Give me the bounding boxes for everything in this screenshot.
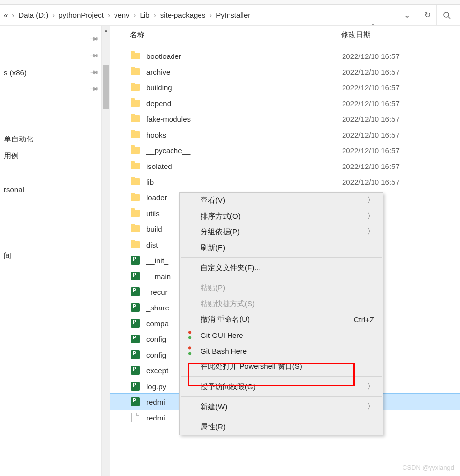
menu-paste-shortcut: 粘贴快捷方式(S) [180,296,383,311]
menu-label: 粘贴(P) [201,283,225,293]
file-row[interactable]: isolated2022/12/10 16:57 [110,158,460,174]
scroll-thumb[interactable] [103,65,109,109]
menu-access[interactable]: 授予访问权限(G)〉 [180,379,383,394]
breadcrumb-item[interactable]: pythonProject [58,11,104,19]
chevron-right-icon: 〉 [367,196,374,205]
menu-label: 刷新(E) [201,243,225,252]
sidebar-item[interactable]: 📌 [0,81,110,97]
column-header-date[interactable]: ⌃ 修改日期 [341,30,439,40]
pin-icon: 📌 [89,34,99,43]
python-file-icon [130,255,141,266]
sidebar-item[interactable] [0,197,110,214]
menu-label: 排序方式(O) [201,212,241,221]
file-name: building [146,84,342,92]
breadcrumb-item[interactable]: venv [114,11,130,19]
file-row[interactable]: hooks2022/12/10 16:57 [110,127,460,142]
column-header-name[interactable]: 名称 [130,30,341,40]
scroll-up-icon[interactable]: ▴ [102,26,110,34]
column-headers: 名称 ⌃ 修改日期 [110,26,460,45]
menu-label: 粘贴快捷方式(S) [201,299,255,308]
refresh-button[interactable]: ↻ [418,8,436,22]
menu-separator [181,417,382,417]
menu-refresh[interactable]: 刷新(E) [180,240,383,255]
breadcrumb-item[interactable]: Data (D:) [18,11,48,19]
breadcrumb-item[interactable]: PyInstaller [216,11,250,19]
menu-git-bash[interactable]: Git Bash Here [180,343,383,359]
sidebar-item[interactable]: 间 [0,248,110,264]
menu-custom-folder[interactable]: 自定义文件夹(F)... [180,260,383,276]
sidebar-item[interactable] [0,231,110,248]
sidebar-scrollbar[interactable]: ▴ [101,26,110,476]
file-date: 2022/12/10 16:57 [342,115,400,123]
python-file-icon [130,365,141,376]
python-file-icon [130,334,141,344]
sidebar-item-label: 间 [4,252,11,261]
file-date: 2022/12/10 16:57 [342,162,400,170]
menu-new[interactable]: 新建(W)〉 [180,399,383,415]
chevron-right-icon: › [52,11,55,19]
python-file-icon [130,286,141,297]
folder-icon [130,176,141,187]
breadcrumb-item[interactable]: site-packages [160,11,206,19]
menu-label: 撤消 重命名(U) [201,315,250,324]
menu-properties[interactable]: 属性(R) [180,419,383,435]
file-row[interactable]: __pycache__2022/12/10 16:57 [110,142,460,158]
sidebar-item[interactable]: 用例 [0,147,110,164]
file-date: 2022/12/10 16:57 [342,146,400,155]
folder-icon [130,51,141,61]
sidebar-item-label: s (x86) [4,68,27,77]
python-file-icon [130,349,141,360]
sidebar-item[interactable] [0,114,110,131]
folder-icon [130,161,141,171]
file-name: lib [146,178,342,186]
menu-separator [181,376,382,377]
sidebar-item[interactable]: s (x86)📌 [0,64,110,81]
folder-icon [130,145,141,156]
path-dropdown-button[interactable]: ⌄ [399,8,415,22]
sidebar-item[interactable]: 单自动化 [0,131,110,147]
menu-label: Git GUI Here [201,331,243,339]
sidebar-item[interactable] [0,97,110,114]
file-name: archive [146,68,342,76]
chevron-right-icon: › [134,11,136,19]
file-name: isolated [146,162,342,170]
python-file-icon [130,318,141,329]
file-row[interactable]: depend2022/12/10 16:57 [110,95,460,111]
sidebar-item[interactable] [0,164,110,181]
menu-git-gui[interactable]: Git GUI Here [180,327,383,343]
search-button[interactable] [436,5,456,25]
file-row[interactable]: building2022/12/10 16:57 [110,80,460,95]
python-file-icon [130,381,141,392]
menu-undo[interactable]: 撤消 重命名(U)Ctrl+Z [180,311,383,327]
sidebar-item[interactable]: 📌 [0,47,110,64]
file-row[interactable]: archive2022/12/10 16:57 [110,64,460,80]
text-file-icon [130,412,141,423]
file-row[interactable]: fake-modules2022/12/10 16:57 [110,111,460,127]
file-row[interactable]: lib2022/12/10 16:57 [110,174,460,190]
folder-icon [130,192,141,203]
git-icon [185,346,195,356]
sidebar-item[interactable]: rsonal [0,181,110,197]
python-file-icon [130,396,141,407]
menu-powershell[interactable]: 在此处打开 Powershell 窗口(S) [180,359,383,374]
menu-view[interactable]: 查看(V)〉 [180,193,383,208]
sidebar-item[interactable]: 📌 [0,30,110,47]
sidebar-item[interactable] [0,214,110,231]
file-date: 2022/12/10 16:57 [342,178,400,186]
file-name: fake-modules [146,115,342,123]
watermark: CSDN @yyxiangd [402,464,454,471]
file-date: 2022/12/10 16:57 [342,84,400,92]
folder-icon [130,113,141,124]
menu-label: 新建(W) [201,402,227,412]
menu-separator [181,278,382,278]
python-file-icon [130,302,141,313]
menu-group[interactable]: 分组依据(P)〉 [180,224,383,240]
menu-label: 自定义文件夹(F)... [201,263,260,273]
menu-label: 分组依据(P) [201,227,240,237]
breadcrumb-start[interactable]: « [4,11,8,19]
menu-sort[interactable]: 排序方式(O)〉 [180,208,383,224]
breadcrumb-item[interactable]: Lib [140,11,150,19]
navigation-sidebar: 📌📌s (x86)📌📌单自动化用例rsonal间 ▴ [0,26,110,476]
file-row[interactable]: bootloader2022/12/10 16:57 [110,48,460,64]
folder-icon [130,66,141,77]
